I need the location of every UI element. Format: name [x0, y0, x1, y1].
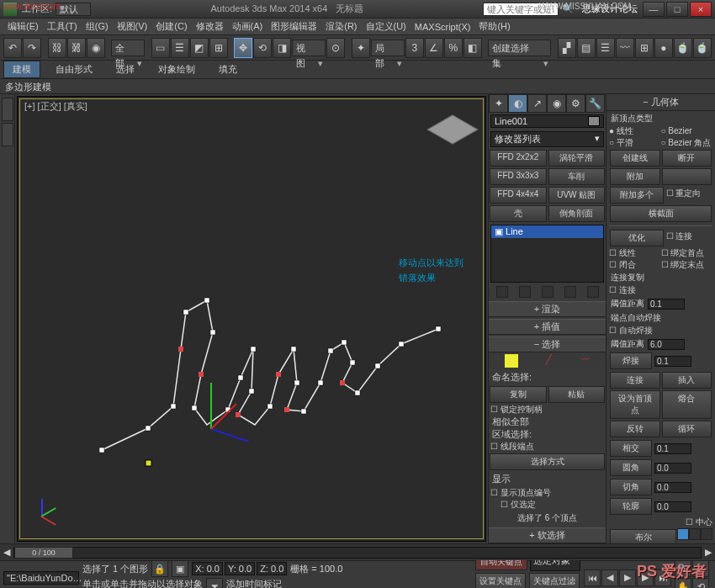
script-listener[interactable]: "E:\BaiduYunDo… — [3, 571, 79, 585]
layers-button[interactable]: ☰ — [596, 38, 615, 58]
lock-selection-icon[interactable]: 🔒 — [151, 560, 168, 577]
play-icon[interactable]: ▶ — [619, 569, 636, 586]
attach-multi-button[interactable]: 附加多个 — [610, 187, 664, 204]
mod-shell[interactable]: 壳 — [490, 205, 547, 222]
x-coord-field[interactable]: X: 0.0 — [192, 562, 223, 575]
menu-edit[interactable]: 编辑(E) — [3, 20, 43, 33]
rollout-interpolation[interactable]: + 插值 — [489, 319, 606, 335]
weld-button[interactable]: 焊接 — [610, 352, 652, 369]
timeline-next-icon[interactable]: ▶ — [705, 547, 712, 558]
refine-button[interactable]: 优化 — [610, 230, 664, 246]
mod-ffd222[interactable]: FFD 2x2x2 — [490, 150, 547, 167]
mod-turbosmooth[interactable]: 涡轮平滑 — [548, 150, 606, 167]
cmdtab-utilities[interactable]: 🔧 — [585, 94, 605, 113]
select-by-button[interactable]: 选择方式 — [490, 453, 605, 470]
bool-union-icon[interactable] — [677, 528, 689, 540]
make-first-button[interactable]: 设为首顶点 — [610, 390, 660, 419]
fuse-button[interactable]: 熔合 — [662, 390, 712, 419]
chamfer-button[interactable]: 切角 — [610, 479, 652, 495]
menu-create[interactable]: 创建(C) — [151, 20, 191, 33]
bind-last-checkbox[interactable]: 绑定末点 — [661, 260, 705, 269]
menu-modifiers[interactable]: 修改器 — [192, 20, 228, 33]
bool-int-icon[interactable] — [701, 528, 712, 540]
menu-tools[interactable]: 工具(T) — [43, 20, 82, 33]
close-button[interactable]: × — [690, 2, 712, 17]
viewport[interactable]: [+] [正交] [真实] 移动点以来达到 错落效果 — [17, 96, 486, 542]
time-slider[interactable]: ◀ 0 / 100 ▶ — [0, 543, 715, 560]
bind-button[interactable]: ◉ — [87, 38, 105, 58]
insert-button[interactable]: 插入 — [662, 372, 712, 389]
cross-insert-spinner[interactable]: 0.1 — [654, 443, 691, 454]
curve-editor-button[interactable]: 〰 — [616, 38, 634, 58]
segment-end-checkbox[interactable]: 线段端点 — [489, 441, 606, 453]
cross-section-button[interactable]: 横截面 — [610, 205, 712, 222]
create-line-button[interactable]: 创建线 — [610, 150, 660, 167]
undo-button[interactable]: ↶ — [3, 38, 22, 58]
bind-first-checkbox[interactable]: 绑定首点 — [661, 248, 705, 257]
selected-only-checkbox[interactable]: 仅选定 — [489, 499, 606, 511]
cmdtab-hierarchy[interactable]: ↗ — [527, 94, 547, 113]
menu-view[interactable]: 视图(V) — [113, 20, 152, 33]
stack-remove-icon[interactable] — [564, 286, 576, 298]
weld-spinner[interactable]: 0.1 — [654, 356, 691, 367]
menu-customize[interactable]: 自定义(U) — [362, 20, 410, 33]
vtool-1[interactable] — [2, 98, 13, 121]
all-radio[interactable]: 全部 — [511, 416, 529, 426]
timeline-prev-icon[interactable]: ◀ — [3, 547, 10, 558]
connect-copy-checkbox[interactable]: 连接 — [609, 285, 636, 294]
time-tag-icon[interactable]: ⏷ — [206, 578, 223, 588]
cmdtab-modify[interactable]: ◐ — [508, 94, 527, 113]
unlink-button[interactable]: ⛓̸ — [67, 38, 86, 58]
linear-checkbox[interactable]: 线性 — [609, 247, 661, 259]
center-checkbox[interactable]: 中心 — [686, 517, 712, 527]
menu-group[interactable]: 组(G) — [82, 20, 113, 33]
break-button[interactable]: 断开 — [662, 150, 712, 167]
stack-pin-icon[interactable] — [496, 286, 508, 298]
y-coord-field[interactable]: Y: 0.0 — [225, 562, 255, 575]
cross-insert-button[interactable]: 相交 — [610, 440, 652, 457]
outline-button[interactable]: 轮廓 — [610, 498, 652, 515]
color-swatch[interactable] — [588, 116, 600, 126]
mod-ffd444[interactable]: FFD 4x4x4 — [490, 187, 547, 204]
fillet-button[interactable]: 圆角 — [610, 459, 652, 476]
material-button[interactable]: ● — [654, 38, 673, 58]
outline-spinner[interactable]: 0.0 — [654, 501, 691, 512]
rollout-selection[interactable]: − 选择 — [489, 336, 606, 352]
render-button[interactable]: 🍵 — [693, 38, 712, 58]
refcoord-dropdown[interactable]: 视图 — [292, 40, 326, 56]
workspace-dropdown[interactable]: 默认 — [56, 3, 91, 16]
z-coord-field[interactable]: Z: 0.0 — [257, 562, 287, 575]
snap-toggle-button[interactable]: 3 — [405, 38, 424, 58]
show-vertex-num-checkbox[interactable]: 显示顶点编号 — [489, 487, 606, 499]
fillet-spinner[interactable]: 0.0 — [654, 463, 691, 474]
bezier-radio[interactable]: Bezier — [661, 126, 713, 135]
select-button[interactable]: ▭ — [151, 38, 170, 58]
prev-frame-icon[interactable]: ◀ — [601, 569, 618, 586]
snap-dropdown[interactable]: 局部 — [371, 40, 405, 56]
menu-help[interactable]: 帮助(H) — [474, 20, 514, 33]
move-button[interactable]: ✥ — [234, 38, 252, 58]
smooth-radio[interactable]: 平滑 — [609, 137, 661, 149]
auto-weld-checkbox[interactable]: 自动焊接 — [609, 326, 653, 335]
rollout-softsel[interactable]: + 软选择 — [489, 527, 606, 543]
key-filters-button[interactable]: 关键点过滤器 — [529, 573, 580, 588]
spline-subobj-icon[interactable]: 〰 — [580, 354, 590, 368]
stack-config-icon[interactable] — [587, 286, 599, 298]
mod-bevelprofile[interactable]: 倒角剖面 — [548, 205, 606, 222]
time-slider-thumb[interactable]: 0 / 100 — [14, 547, 73, 559]
reorient-checkbox[interactable]: 重定向 — [665, 186, 713, 204]
manipulate-button[interactable]: ✦ — [352, 38, 370, 58]
threshold-spinner[interactable]: 0.1 — [648, 299, 685, 310]
rotate-button[interactable]: ⟲ — [253, 38, 272, 58]
attach-button[interactable]: 附加 — [610, 168, 660, 185]
select-name-button[interactable]: ☰ — [171, 38, 189, 58]
menu-render[interactable]: 渲染(R) — [321, 20, 361, 33]
spline-object[interactable] — [18, 97, 485, 541]
mod-ffd333[interactable]: FFD 3x3x3 — [490, 168, 547, 185]
chamfer-spinner[interactable]: 0.0 — [654, 482, 691, 493]
render-setup-button[interactable]: 🍵 — [674, 38, 692, 58]
menu-graph[interactable]: 图形编辑器 — [267, 20, 321, 33]
selection-filter-dropdown[interactable]: 全部 — [111, 40, 145, 56]
redo-button[interactable]: ↷ — [23, 38, 41, 58]
percent-snap-button[interactable]: % — [444, 38, 463, 58]
